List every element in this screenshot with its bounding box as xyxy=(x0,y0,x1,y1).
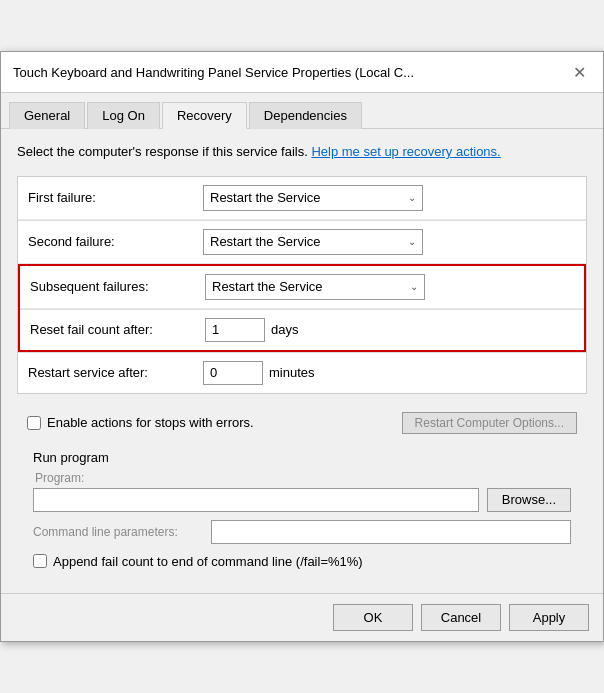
restart-computer-options-button[interactable]: Restart Computer Options... xyxy=(402,412,577,434)
restart-service-input[interactable] xyxy=(203,361,263,385)
subsequent-failures-label: Subsequent failures: xyxy=(30,279,205,294)
restart-service-label: Restart service after: xyxy=(28,365,203,380)
first-failure-value: Restart the Service ⌄ xyxy=(203,185,576,211)
title-bar: Touch Keyboard and Handwriting Panel Ser… xyxy=(1,52,603,93)
second-failure-row: Second failure: Restart the Service ⌄ xyxy=(18,221,586,264)
restart-service-row: Restart service after: minutes xyxy=(18,353,586,393)
enable-actions-label: Enable actions for stops with errors. xyxy=(47,415,254,430)
second-failure-label: Second failure: xyxy=(28,234,203,249)
program-label: Program: xyxy=(33,471,571,485)
chevron-down-icon: ⌄ xyxy=(410,281,418,292)
second-failure-dropdown-text: Restart the Service xyxy=(210,234,321,249)
help-description: Select the computer's response if this s… xyxy=(17,144,308,159)
reset-fail-count-input[interactable] xyxy=(205,318,265,342)
browse-button[interactable]: Browse... xyxy=(487,488,571,512)
second-failure-dropdown[interactable]: Restart the Service ⌄ xyxy=(203,229,423,255)
subsequent-failures-value: Restart the Service ⌄ xyxy=(205,274,574,300)
cancel-button[interactable]: Cancel xyxy=(421,604,501,631)
help-text-area: Select the computer's response if this s… xyxy=(17,143,587,161)
first-failure-row: First failure: Restart the Service ⌄ xyxy=(18,177,586,220)
tab-bar: General Log On Recovery Dependencies xyxy=(1,93,603,129)
reset-fail-count-label: Reset fail count after: xyxy=(30,322,205,337)
reset-fail-count-value: days xyxy=(205,318,574,342)
append-row: Append fail count to end of command line… xyxy=(33,552,571,571)
second-failure-value: Restart the Service ⌄ xyxy=(203,229,576,255)
chevron-down-icon: ⌄ xyxy=(408,236,416,247)
reset-fail-count-row: Reset fail count after: days xyxy=(20,310,584,350)
run-program-title: Run program xyxy=(33,450,571,465)
main-window: Touch Keyboard and Handwriting Panel Ser… xyxy=(0,51,604,641)
footer: OK Cancel Apply xyxy=(1,593,603,641)
cmd-row: Command line parameters: xyxy=(33,520,571,544)
cmd-input[interactable] xyxy=(211,520,571,544)
append-checkbox[interactable] xyxy=(33,554,47,568)
subsequent-failures-row: Subsequent failures: Restart the Service… xyxy=(20,266,584,309)
tab-recovery[interactable]: Recovery xyxy=(162,102,247,129)
program-row: Browse... xyxy=(33,488,571,512)
cmd-label: Command line parameters: xyxy=(33,525,203,539)
enable-actions-checkbox[interactable] xyxy=(27,416,41,430)
append-label: Append fail count to end of command line… xyxy=(53,554,363,569)
run-program-section: Run program Program: Browse... Command l… xyxy=(17,442,587,579)
tab-logon[interactable]: Log On xyxy=(87,102,160,129)
first-failure-dropdown[interactable]: Restart the Service ⌄ xyxy=(203,185,423,211)
first-failure-dropdown-text: Restart the Service xyxy=(210,190,321,205)
reset-fail-count-unit: days xyxy=(271,322,298,337)
apply-button[interactable]: Apply xyxy=(509,604,589,631)
content-area: Select the computer's response if this s… xyxy=(1,129,603,592)
tab-general[interactable]: General xyxy=(9,102,85,129)
restart-service-value: minutes xyxy=(203,361,576,385)
ok-button[interactable]: OK xyxy=(333,604,413,631)
close-button[interactable]: ✕ xyxy=(567,60,591,84)
first-failure-label: First failure: xyxy=(28,190,203,205)
program-input[interactable] xyxy=(33,488,479,512)
subsequent-failures-dropdown[interactable]: Restart the Service ⌄ xyxy=(205,274,425,300)
chevron-down-icon: ⌄ xyxy=(408,192,416,203)
window-title: Touch Keyboard and Handwriting Panel Ser… xyxy=(13,65,414,80)
enable-actions-row: Enable actions for stops with errors. Re… xyxy=(17,404,587,442)
highlighted-section: Subsequent failures: Restart the Service… xyxy=(18,264,586,352)
help-link[interactable]: Help me set up recovery actions. xyxy=(311,144,500,159)
restart-service-unit: minutes xyxy=(269,365,315,380)
tab-dependencies[interactable]: Dependencies xyxy=(249,102,362,129)
rows-container: First failure: Restart the Service ⌄ Sec… xyxy=(17,176,587,394)
subsequent-failures-dropdown-text: Restart the Service xyxy=(212,279,323,294)
